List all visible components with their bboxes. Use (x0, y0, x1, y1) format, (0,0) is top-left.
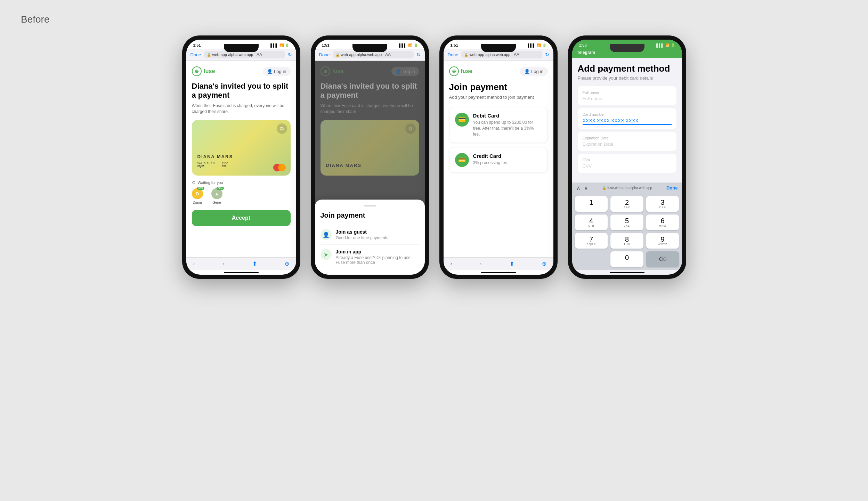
p1-card-name: DIANA MARS (197, 154, 285, 159)
p1-time: 1:51 (193, 43, 201, 47)
p3-credit-icon: 💳 (455, 153, 469, 167)
p1-wifi: 📶 (279, 43, 284, 47)
p4-title: Add payment method (578, 63, 676, 74)
p1-fwd-icon[interactable]: › (223, 261, 225, 267)
p2-sheet: Join payment 👤 Join as guest Good for on… (315, 200, 425, 275)
p1-browser-bottom: ‹ › ⬆ ⊕ (186, 257, 296, 270)
p1-login-icon: 👤 (267, 69, 273, 74)
p1-fuse-icon: ⊕ (192, 66, 202, 76)
p1-bookmark-icon[interactable]: ⊕ (285, 260, 289, 267)
p1-back-icon[interactable]: ‹ (193, 261, 195, 267)
p2-wifi: 📶 (408, 43, 412, 47)
p4-cardnum-label: Card number (583, 112, 672, 116)
key-empty (575, 251, 608, 267)
p1-home-indicator (224, 272, 259, 273)
p2-app-text: Join in app Already a Fuse user? Or plan… (336, 249, 419, 265)
p1-gene-circle: ▲ (211, 188, 222, 199)
p1-aa[interactable]: AA (257, 52, 262, 57)
p1-login-label: Log in (274, 69, 286, 74)
p3-login-btn[interactable]: 👤 Log in (520, 67, 547, 76)
p4-keyboard-done-btn[interactable]: Done (666, 185, 678, 191)
p2-app-title: Join in app (336, 249, 419, 254)
p1-card: ⧉ DIANA MARS VALID THRU **/** CVV *** (192, 120, 291, 176)
p4-subtitle: Please provide your debit card details (578, 75, 676, 81)
key-8[interactable]: 8 TUV (610, 233, 643, 249)
p3-debit-card[interactable]: 💳 Debit Card You can spend up to $200.00… (449, 107, 548, 143)
p1-share-icon[interactable]: ⬆ (252, 260, 257, 267)
key-0[interactable]: 0 (610, 251, 643, 267)
p2-guest-desc: Good for one time payments (336, 235, 388, 240)
p1-fuse-logo: ⊕ fuse (192, 66, 215, 76)
p1-clock-icon: ⏱ (192, 180, 196, 185)
p4-telegram-label: Telegram (577, 50, 595, 55)
p2-aa[interactable]: AA (385, 52, 391, 57)
p2-done[interactable]: Done (319, 52, 330, 57)
p3-share-icon[interactable]: ⬆ (510, 260, 514, 267)
key-6[interactable]: 6 MNO (646, 215, 679, 230)
p3-credit-desc: 3% processing fee. (473, 160, 509, 166)
p3-nav: ⊕ fuse 👤 Log in (449, 66, 548, 76)
p1-battery: 🔋 (285, 43, 289, 47)
p3-reload-icon[interactable]: ↻ (545, 52, 549, 57)
p1-avatar-gene: ▲ 50% Gene (211, 188, 222, 204)
p1-reload-icon[interactable]: ↻ (288, 52, 292, 57)
p4-expiration-label: Expiration Date (583, 136, 672, 140)
phone-3: 1:51 ▌▌▌ 📶 🔋 Done 🔒 web-app-alpha.web.ap… (439, 35, 558, 279)
key-1[interactable]: 1 (575, 196, 608, 212)
p1-login-btn[interactable]: 👤 Log in (263, 67, 290, 76)
key-delete[interactable]: ⌫ (646, 251, 679, 267)
p1-url: web-app-alpha.web.app (212, 52, 253, 57)
key-3[interactable]: 3 DEF (646, 196, 679, 212)
p3-signal: ▌▌▌ (528, 43, 535, 47)
p2-app-desc: Already a Fuse user? Or planning to use … (336, 255, 419, 265)
key-7[interactable]: 7 PQRS (575, 233, 608, 249)
p4-chevron-down-icon[interactable]: ∨ (584, 185, 588, 191)
p3-back-icon[interactable]: ‹ (451, 261, 452, 267)
p4-cardnum-field[interactable]: Card number XXXX XXXX XXXX XXXX (578, 108, 676, 129)
key-5[interactable]: 5 JKL (610, 215, 643, 230)
before-label: Before (21, 14, 847, 25)
p2-reload-icon[interactable]: ↻ (416, 52, 421, 57)
p2-url: web-app-alpha.web.app (341, 52, 382, 57)
phone-2: 1:51 ▌▌▌ 📶 🔋 Done 🔒 web-app-alpha.web.ap… (311, 35, 429, 279)
p1-accept-btn[interactable]: Accept (192, 210, 291, 226)
p4-keyboard-url: 🔒 fuse-web-app-alpha.web.app (602, 186, 652, 190)
key-9[interactable]: 9 WXYZ (646, 233, 679, 249)
key-2[interactable]: 2 ABC (610, 196, 643, 212)
p2-option-app[interactable]: ➤ Join in app Already a Fuse user? Or pl… (321, 245, 419, 269)
p2-time: 1:51 (322, 43, 330, 47)
p3-aa[interactable]: AA (514, 52, 519, 57)
p3-done[interactable]: Done (448, 52, 459, 57)
p4-cvv-label: CVV (583, 158, 672, 162)
p1-done[interactable]: Done (190, 52, 201, 57)
p1-title: Diana's invited you to split a payment (192, 82, 291, 100)
p1-avatars: D 50% Diana ▲ 50% Gene (192, 188, 291, 204)
key-4[interactable]: 4 GHI (575, 215, 608, 230)
p1-card-copy-icon: ⧉ (277, 123, 287, 134)
p3-credit-card[interactable]: 💳 Credit Card 3% processing fee. (449, 147, 548, 173)
p4-signal: ▌▌▌ (656, 43, 664, 47)
p1-nav: ⊕ fuse 👤 Log in (192, 66, 291, 76)
p1-diana-label: Diana (193, 201, 202, 204)
p4-keyboard-toolbar: ∧ ∨ 🔒 fuse-web-app-alpha.web.app Done (572, 183, 682, 193)
p4-fullname-field[interactable]: Full name Full name (578, 86, 676, 105)
p1-cvv-label: CVV (222, 162, 228, 164)
p3-home-indicator (481, 272, 516, 273)
p3-lock-icon: 🔒 (464, 53, 468, 57)
p1-valid-label: VALID THRU (197, 162, 215, 164)
phone-4: 1:53 ▌▌▌ 📶 🔋 Telegram Add payment method… (568, 35, 686, 279)
p4-fullname-value: Full name (583, 96, 672, 101)
p2-title: Diana's invited you to split a payment (321, 82, 419, 100)
p4-cvv-field[interactable]: CVV CVV (578, 154, 676, 173)
p4-chevron-up-icon[interactable]: ∧ (576, 185, 581, 191)
p4-expiration-field[interactable]: Expiration Date Expiration Date (578, 132, 676, 151)
p3-fuse-text: fuse (461, 68, 472, 74)
p1-waiting-text: Waiting for you (198, 180, 223, 185)
p3-fwd-icon[interactable]: › (480, 261, 482, 267)
p3-bookmark-icon[interactable]: ⊕ (542, 260, 546, 267)
p3-debit-title: Debit Card (473, 113, 542, 119)
p1-diana-badge: 50% (197, 187, 204, 190)
p2-app-icon: ➤ (324, 251, 328, 258)
p2-option-guest[interactable]: 👤 Join as guest Good for one time paymen… (321, 225, 419, 245)
p1-signal: ▌▌▌ (270, 43, 278, 47)
